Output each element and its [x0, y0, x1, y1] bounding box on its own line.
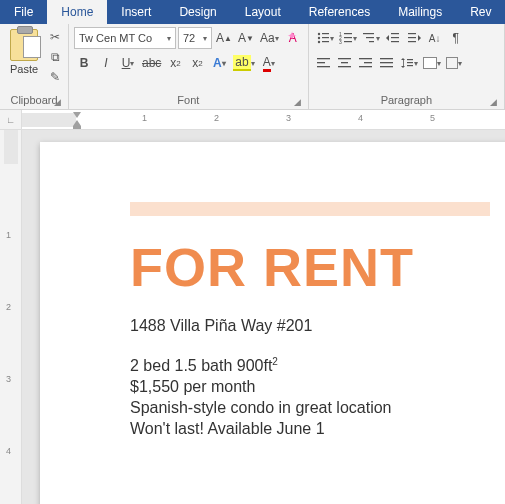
shading-button[interactable]: ▾ — [421, 52, 443, 74]
tab-home[interactable]: Home — [47, 0, 107, 24]
avail-line[interactable]: Won't last! Available June 1 — [130, 419, 505, 440]
font-family-select[interactable]: Tw Cen MT Co▾ — [74, 27, 176, 49]
font-family-value: Tw Cen MT Co — [79, 32, 152, 44]
svg-rect-13 — [366, 37, 374, 38]
svg-point-0 — [317, 33, 319, 35]
clipboard-icon — [10, 29, 38, 61]
paste-button[interactable]: Paste — [5, 27, 43, 93]
document-area: 1 2 3 4 FOR RENT 1488 Villa Piña Way #20… — [0, 130, 505, 504]
tab-review[interactable]: Rev — [456, 0, 505, 24]
format-painter-button[interactable]: ✎ — [47, 70, 63, 86]
svg-rect-20 — [408, 41, 416, 42]
ribbon: Paste ✂ ⧉ ✎ Clipboard◢ Tw Cen MT Co▾ 72▾… — [0, 24, 505, 110]
tab-mailings[interactable]: Mailings — [384, 0, 456, 24]
line-spacing-button[interactable]: ▾ — [398, 52, 420, 74]
document-canvas[interactable]: FOR RENT 1488 Villa Piña Way #201 2 bed … — [22, 130, 505, 504]
page[interactable]: FOR RENT 1488 Villa Piña Way #201 2 bed … — [40, 142, 505, 504]
chevron-down-icon: ▾ — [203, 34, 207, 43]
tab-references[interactable]: References — [295, 0, 384, 24]
decrease-indent-button[interactable] — [383, 27, 403, 49]
underline-button[interactable]: U▾ — [118, 52, 138, 74]
address-line[interactable]: 1488 Villa Piña Way #201 — [130, 316, 505, 337]
svg-rect-3 — [322, 37, 329, 38]
svg-rect-7 — [344, 33, 352, 34]
style-line[interactable]: Spanish-style condo in great location — [130, 398, 505, 419]
vertical-ruler[interactable]: 1 2 3 4 — [0, 130, 22, 504]
justify-button[interactable] — [377, 52, 397, 74]
group-font: Tw Cen MT Co▾ 72▾ A▲ A▼ Aa▾ A✦ B I U▾ ab… — [69, 24, 309, 109]
font-group-label: Font — [177, 94, 199, 106]
clipboard-group-label: Clipboard — [10, 94, 57, 106]
decorative-bar — [130, 202, 490, 216]
menu-bar: File Home Insert Design Layout Reference… — [0, 0, 505, 24]
svg-rect-28 — [364, 62, 372, 63]
svg-rect-30 — [380, 58, 393, 59]
svg-rect-32 — [380, 66, 393, 67]
svg-rect-22 — [317, 62, 325, 63]
svg-rect-27 — [359, 58, 372, 59]
shrink-font-button[interactable]: A▼ — [236, 27, 256, 49]
tab-insert[interactable]: Insert — [107, 0, 165, 24]
svg-rect-26 — [338, 66, 351, 67]
svg-rect-9 — [344, 37, 352, 38]
svg-rect-36 — [407, 65, 413, 66]
svg-rect-16 — [391, 37, 399, 38]
svg-rect-12 — [363, 33, 374, 34]
bold-button[interactable]: B — [74, 52, 94, 74]
align-left-button[interactable] — [314, 52, 334, 74]
paragraph-dialog-icon[interactable]: ◢ — [490, 95, 497, 109]
group-clipboard: Paste ✂ ⧉ ✎ Clipboard◢ — [0, 24, 69, 109]
clipboard-dialog-icon[interactable]: ◢ — [54, 95, 61, 109]
svg-rect-18 — [408, 33, 416, 34]
change-case-button[interactable]: Aa▾ — [258, 27, 281, 49]
font-size-select[interactable]: 72▾ — [178, 27, 212, 49]
font-dialog-icon[interactable]: ◢ — [294, 95, 301, 109]
svg-text:3: 3 — [339, 39, 342, 45]
svg-rect-35 — [407, 62, 413, 63]
superscript-button[interactable]: x2 — [187, 52, 207, 74]
svg-rect-14 — [369, 41, 374, 42]
svg-rect-11 — [344, 41, 352, 42]
copy-button[interactable]: ⧉ — [47, 50, 63, 66]
body-text[interactable]: 1488 Villa Piña Way #201 2 bed 1.5 bath … — [130, 316, 505, 439]
align-center-button[interactable] — [335, 52, 355, 74]
cut-button[interactable]: ✂ — [47, 30, 63, 46]
tab-layout[interactable]: Layout — [231, 0, 295, 24]
price-line[interactable]: $1,550 per month — [130, 377, 505, 398]
svg-rect-34 — [407, 59, 413, 60]
svg-point-2 — [317, 37, 319, 39]
svg-rect-31 — [380, 62, 393, 63]
svg-rect-15 — [391, 33, 399, 34]
align-right-button[interactable] — [356, 52, 376, 74]
font-color-button[interactable]: A▾ — [259, 52, 279, 74]
headline-text[interactable]: FOR RENT — [130, 240, 505, 294]
svg-rect-33 — [403, 60, 404, 66]
svg-rect-24 — [338, 58, 351, 59]
highlight-button[interactable]: ab▾ — [231, 52, 256, 74]
svg-rect-5 — [322, 41, 329, 42]
tab-selector[interactable]: ∟ — [0, 110, 22, 129]
ruler-bar: ∟ 1 2 3 4 5 — [0, 110, 505, 130]
subscript-button[interactable]: x2 — [165, 52, 185, 74]
font-size-value: 72 — [183, 32, 195, 44]
beds-line[interactable]: 2 bed 1.5 bath 900ft2 — [130, 355, 505, 377]
clear-formatting-button[interactable]: A✦ — [283, 27, 303, 49]
tab-design[interactable]: Design — [165, 0, 230, 24]
tab-file[interactable]: File — [0, 0, 47, 24]
grow-font-button[interactable]: A▲ — [214, 27, 234, 49]
svg-rect-17 — [391, 41, 399, 42]
increase-indent-button[interactable] — [404, 27, 424, 49]
paragraph-group-label: Paragraph — [381, 94, 432, 106]
paste-label: Paste — [10, 63, 38, 75]
svg-rect-29 — [359, 66, 372, 67]
sort-button[interactable]: A↓ — [425, 27, 445, 49]
numbering-button[interactable]: 123▾ — [337, 27, 359, 49]
strikethrough-button[interactable]: abc — [140, 52, 163, 74]
borders-button[interactable]: ▾ — [444, 52, 464, 74]
show-marks-button[interactable]: ¶ — [446, 27, 466, 49]
text-effects-button[interactable]: A▾ — [209, 52, 229, 74]
bullets-button[interactable]: ▾ — [314, 27, 336, 49]
multilevel-list-button[interactable]: ▾ — [360, 27, 382, 49]
italic-button[interactable]: I — [96, 52, 116, 74]
horizontal-ruler[interactable]: 1 2 3 4 5 — [22, 110, 505, 129]
